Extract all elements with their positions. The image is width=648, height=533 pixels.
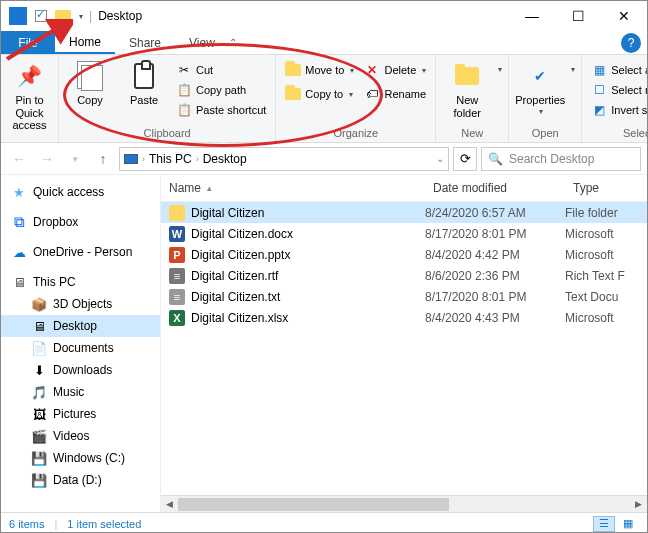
rename-button[interactable]: 🏷Rename xyxy=(361,85,429,103)
copy-path-button[interactable]: 📋Copy path xyxy=(173,81,269,99)
properties-icon: ✔ xyxy=(534,68,546,84)
new-folder-button[interactable]: New folder xyxy=(442,59,492,119)
title-bar: ▾ | Desktop — ☐ ✕ xyxy=(1,1,647,31)
view-details-button[interactable]: ☰ xyxy=(593,516,615,532)
scroll-thumb[interactable] xyxy=(178,498,449,511)
navigation-pane[interactable]: ★Quick access ⧉Dropbox ☁OneDrive - Perso… xyxy=(1,175,161,512)
file-type: Rich Text F xyxy=(565,269,647,283)
copy-button[interactable]: Copy xyxy=(65,59,115,107)
folder-icon xyxy=(285,86,301,102)
group-select-label: Select xyxy=(588,125,648,142)
select-all-button[interactable]: ▦Select all xyxy=(588,61,648,79)
tab-view[interactable]: View xyxy=(175,31,229,54)
column-headers: Name▴ Date modified Type xyxy=(161,175,647,202)
nav-item-music[interactable]: 🎵Music xyxy=(1,381,160,403)
file-pptx-icon: P xyxy=(169,247,185,263)
nav-dropbox[interactable]: ⧉Dropbox xyxy=(1,211,160,233)
nav-icon: 📄 xyxy=(31,340,47,356)
file-date: 8/4/2020 4:42 PM xyxy=(425,248,565,262)
scissors-icon: ✂ xyxy=(176,62,192,78)
group-new-label: New xyxy=(442,125,502,142)
pin-label: Pin to Quick access xyxy=(7,94,52,132)
view-thumbs-button[interactable]: ▦ xyxy=(617,516,639,532)
sort-asc-icon: ▴ xyxy=(207,183,212,193)
scroll-left-button[interactable]: ◀ xyxy=(161,496,178,513)
file-name: Digital Citizen.pptx xyxy=(191,248,290,262)
pin-to-quick-access-button[interactable]: 📌 Pin to Quick access xyxy=(7,59,52,132)
new-item-dropdown[interactable]: ▾ xyxy=(498,65,502,74)
properties-button[interactable]: ✔ Properties ▾ xyxy=(515,59,565,116)
file-rtf-icon: ≡ xyxy=(169,268,185,284)
file-name: Digital Citizen.xlsx xyxy=(191,311,288,325)
maximize-button[interactable]: ☐ xyxy=(555,1,601,31)
qat-checkbox-icon[interactable] xyxy=(35,10,47,22)
file-row[interactable]: WDigital Citizen.docx8/17/2020 8:01 PMMi… xyxy=(161,223,647,244)
nav-this-pc[interactable]: 🖥This PC xyxy=(1,271,160,293)
invert-icon: ◩ xyxy=(591,102,607,118)
delete-button[interactable]: ✕Delete▾ xyxy=(361,61,429,79)
minimize-button[interactable]: — xyxy=(509,1,555,31)
chevron-down-icon: ▾ xyxy=(422,66,426,75)
explorer-window: ▾ | Desktop — ☐ ✕ File Home Share View ⌃… xyxy=(0,0,648,533)
file-row[interactable]: XDigital Citizen.xlsx8/4/2020 4:43 PMMic… xyxy=(161,307,647,328)
forward-button[interactable]: → xyxy=(35,147,59,171)
col-date[interactable]: Date modified xyxy=(425,175,565,201)
title-separator: | xyxy=(83,9,98,23)
select-none-button[interactable]: ☐Select none xyxy=(588,81,648,99)
history-dropdown[interactable]: ▾ xyxy=(63,147,87,171)
open-dropdown[interactable]: ▾ xyxy=(571,65,575,74)
paste-button[interactable]: Paste xyxy=(119,59,169,107)
search-input[interactable]: 🔍 Search Desktop xyxy=(481,147,641,171)
help-button[interactable]: ? xyxy=(621,33,641,53)
nav-onedrive[interactable]: ☁OneDrive - Person xyxy=(1,241,160,263)
file-row[interactable]: ≡Digital Citizen.txt8/17/2020 8:01 PMTex… xyxy=(161,286,647,307)
file-row[interactable]: PDigital Citizen.pptx8/4/2020 4:42 PMMic… xyxy=(161,244,647,265)
cut-button[interactable]: ✂Cut xyxy=(173,61,269,79)
pin-icon: 📌 xyxy=(17,65,42,88)
nav-item-3d-objects[interactable]: 📦3D Objects xyxy=(1,293,160,315)
nav-icon: 🎬 xyxy=(31,428,47,444)
nav-icon: 💾 xyxy=(31,472,47,488)
scroll-right-button[interactable]: ▶ xyxy=(630,496,647,513)
move-to-button[interactable]: Move to▾ xyxy=(282,61,357,79)
col-name[interactable]: Name▴ xyxy=(161,175,425,201)
file-list[interactable]: Digital Citizen8/24/2020 6:57 AMFile fol… xyxy=(161,202,647,495)
main-area: ★Quick access ⧉Dropbox ☁OneDrive - Perso… xyxy=(1,175,647,512)
up-button[interactable]: ↑ xyxy=(91,147,115,171)
chevron-right-icon[interactable]: › xyxy=(196,154,199,164)
scroll-track[interactable] xyxy=(178,496,630,513)
nav-item-videos[interactable]: 🎬Videos xyxy=(1,425,160,447)
chevron-down-icon[interactable]: ⌄ xyxy=(436,153,444,164)
tab-share[interactable]: Share xyxy=(115,31,175,54)
chevron-right-icon[interactable]: › xyxy=(142,154,145,164)
select-none-icon: ☐ xyxy=(591,82,607,98)
copy-to-button[interactable]: Copy to▾ xyxy=(282,85,357,103)
group-clipboard-label: Clipboard xyxy=(65,125,269,142)
nav-item-documents[interactable]: 📄Documents xyxy=(1,337,160,359)
horizontal-scrollbar[interactable]: ◀ ▶ xyxy=(161,495,647,512)
clipboard-icon xyxy=(134,63,154,89)
tab-home[interactable]: Home xyxy=(55,31,115,54)
paste-shortcut-button[interactable]: 📋Paste shortcut xyxy=(173,101,269,119)
nav-item-windows-c-[interactable]: 💾Windows (C:) xyxy=(1,447,160,469)
nav-item-downloads[interactable]: ⬇Downloads xyxy=(1,359,160,381)
tab-file[interactable]: File xyxy=(1,31,55,54)
nav-quick-access[interactable]: ★Quick access xyxy=(1,181,160,203)
nav-icon: 💾 xyxy=(31,450,47,466)
file-row[interactable]: ≡Digital Citizen.rtf8/6/2020 2:36 PMRich… xyxy=(161,265,647,286)
breadcrumb-desktop[interactable]: Desktop xyxy=(203,152,247,166)
col-type[interactable]: Type xyxy=(565,175,647,201)
breadcrumb[interactable]: › This PC › Desktop ⌄ xyxy=(119,147,449,171)
nav-item-data-d-[interactable]: 💾Data (D:) xyxy=(1,469,160,491)
collapse-ribbon-icon[interactable]: ⌃ xyxy=(229,37,241,48)
file-row[interactable]: Digital Citizen8/24/2020 6:57 AMFile fol… xyxy=(161,202,647,223)
breadcrumb-thispc[interactable]: This PC xyxy=(149,152,192,166)
invert-selection-button[interactable]: ◩Invert selection xyxy=(588,101,648,119)
file-date: 8/17/2020 8:01 PM xyxy=(425,290,565,304)
back-button[interactable]: ← xyxy=(7,147,31,171)
refresh-button[interactable]: ⟳ xyxy=(453,147,477,171)
nav-item-desktop[interactable]: 🖥Desktop xyxy=(1,315,160,337)
close-button[interactable]: ✕ xyxy=(601,1,647,31)
nav-item-pictures[interactable]: 🖼Pictures xyxy=(1,403,160,425)
x-icon: ✕ xyxy=(364,62,380,78)
